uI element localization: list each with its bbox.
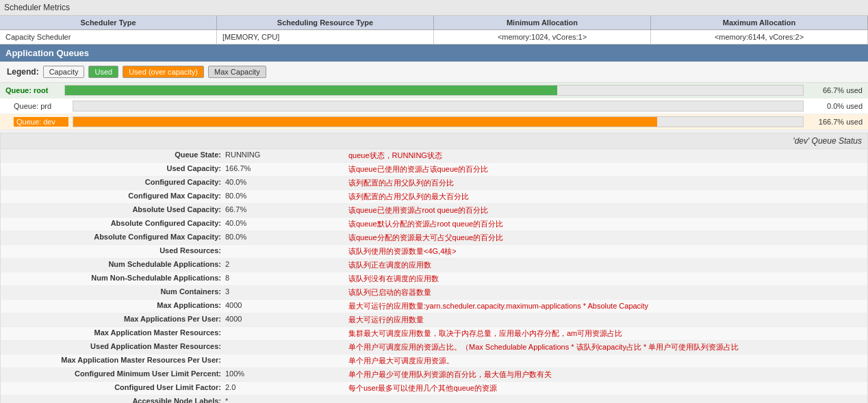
queue-status-key-9: Num Non-Schedulable Applications: [6, 274, 225, 284]
col-scheduler-type: Scheduler Type [0, 16, 217, 29]
queue-root-label: Queue: root [5, 86, 60, 94]
scheduler-table-header: Scheduler Type Scheduling Resource Type … [0, 16, 868, 30]
queue-status-key-16: Configured Minimum User Limit Percent: [6, 369, 225, 380]
queue-status-note-7: 该队列使用的资源数量<4G,4核> [348, 246, 457, 257]
queue-status-panel: 'dev' Queue Status Queue State: RUNNING … [0, 133, 868, 403]
queue-status-key-12: Max Applications Per User: [6, 315, 225, 325]
queue-status-row-3: Configured Max Capacity: 80.0% 该列配置的占用父队… [1, 190, 867, 204]
queue-status-val-6: 80.0% [225, 233, 348, 243]
queue-status-note-17: 每个user最多可以使用几个其他queue的资源 [348, 383, 497, 393]
queue-status-val-1: 166.7% [225, 164, 348, 174]
legend-label: Legend: [7, 67, 39, 77]
queue-status-row-6: Absolute Configured Max Capacity: 80.0% … [1, 231, 867, 245]
col-minimum-allocation: Minimum Allocation [434, 16, 651, 29]
queue-status-rows: Queue State: RUNNING queue状态，RUNNING状态 U… [1, 149, 867, 403]
queue-status-key-8: Num Schedulable Applications: [6, 260, 225, 270]
queue-status-row-13: Max Application Master Resources: 集群最大可调… [1, 327, 867, 341]
queue-status-note-2: 该列配置的占用父队列的百分比 [348, 178, 454, 188]
queue-status-key-0: Queue State: [6, 151, 225, 161]
queue-prd-used-pct: 0.0% used [808, 102, 863, 110]
queue-status-note-1: 该queue已使用的资源占该queue的百分比 [348, 164, 488, 174]
queue-status-key-2: Configured Capacity: [6, 178, 225, 188]
queue-status-key-13: Max Application Master Resources: [6, 328, 225, 339]
queue-status-row-8: Num Schedulable Applications: 2 该队列正在调度的… [1, 259, 867, 272]
queue-status-key-1: Used Capacity: [6, 164, 225, 174]
queue-status-val-16: 100% [225, 369, 348, 380]
legend-used-over-capacity: Used (over capacity) [123, 66, 204, 78]
queue-status-title: 'dev' Queue Status [1, 133, 867, 149]
queue-status-row-1: Used Capacity: 166.7% 该queue已使用的资源占该queu… [1, 163, 867, 177]
queue-status-val-11: 4000 [225, 301, 348, 311]
queue-dev-bar-container [73, 116, 804, 127]
scheduler-table-row: Capacity Scheduler [MEMORY, CPU] <memory… [0, 30, 868, 44]
queue-prd-label: Queue: prd [14, 102, 68, 110]
queue-status-val-4: 66.7% [225, 205, 348, 216]
queue-status-val-9: 8 [225, 274, 348, 284]
legend-capacity: Capacity [43, 66, 85, 78]
queue-status-row-16: Configured Minimum User Limit Percent: 1… [1, 368, 867, 382]
queue-status-key-4: Absolute Used Capacity: [6, 205, 225, 216]
legend-used: Used [88, 66, 118, 78]
queue-dev-bar-fill [73, 117, 657, 127]
queue-status-val-15 [225, 356, 348, 366]
queue-status-key-11: Max Applications: [6, 301, 225, 311]
queue-bar-dev[interactable]: Queue: dev 166.7% used [0, 114, 868, 130]
queue-status-val-3: 80.0% [225, 192, 348, 202]
col-maximum-allocation: Maximum Allocation [651, 16, 868, 29]
queue-status-val-18: * [225, 397, 348, 403]
queue-status-note-16: 单个用户最少可使用队列资源的百分比，最大值与用户数有关 [348, 369, 552, 380]
queue-status-key-18: Accessible Node Labels: [6, 397, 225, 403]
queue-status-row-11: Max Applications: 4000 最大可运行的应用数量:yarn.s… [1, 300, 867, 313]
queue-status-key-10: Num Containers: [6, 287, 225, 298]
queue-status-row-4: Absolute Used Capacity: 66.7% 该queue已使用资… [1, 204, 867, 218]
queue-status-note-0: queue状态，RUNNING状态 [348, 151, 442, 161]
queue-status-val-17: 2.0 [225, 383, 348, 393]
queue-status-row-18: Accessible Node Labels: * [1, 395, 867, 403]
queue-status-key-17: Configured User Limit Factor: [6, 383, 225, 393]
queue-bars-container: Queue: root 66.7% used Queue: prd 0.0% u… [0, 83, 868, 130]
queue-status-key-6: Absolute Configured Max Capacity: [6, 233, 225, 243]
queue-root-bar-container [64, 85, 804, 96]
queue-status-note-5: 该queue默认分配的资源占root queue的百分比 [348, 219, 503, 229]
minimum-allocation-value: <memory:1024, vCores:1> [434, 30, 651, 44]
scheduling-resource-type-value: [MEMORY, CPU] [217, 30, 434, 44]
queue-status-key-7: Used Resources: [6, 246, 225, 257]
app-queues-header: Application Queues [0, 44, 868, 62]
queue-status-key-5: Absolute Configured Capacity: [6, 219, 225, 229]
legend-max-capacity: Max Capacity [208, 66, 266, 78]
queue-status-row-2: Configured Capacity: 40.0% 该列配置的占用父队列的百分… [1, 177, 867, 190]
queue-status-val-5: 40.0% [225, 219, 348, 229]
queue-status-row-17: Configured User Limit Factor: 2.0 每个user… [1, 382, 867, 395]
queue-status-row-5: Absolute Configured Capacity: 40.0% 该que… [1, 218, 867, 231]
queue-status-key-3: Configured Max Capacity: [6, 192, 225, 202]
queue-status-row-14: Used Application Master Resources: 单个用户可… [1, 341, 867, 354]
queue-root-bar-fill [65, 86, 557, 95]
queue-status-note-8: 该队列正在调度的应用数 [348, 260, 431, 270]
queue-status-row-12: Max Applications Per User: 4000 最大可运行的应用… [1, 313, 867, 327]
queue-bar-root[interactable]: Queue: root 66.7% used [0, 83, 868, 99]
queue-status-note-3: 该列配置的占用父队列的最大百分比 [348, 192, 469, 202]
queue-status-note-10: 该队列已启动的容器数量 [348, 287, 431, 298]
queue-status-key-14: Used Application Master Resources: [6, 342, 225, 352]
queue-status-note-12: 最大可运行的应用数量 [348, 315, 424, 325]
queue-status-row-10: Num Containers: 3 该队列已启动的容器数量 [1, 286, 867, 300]
scheduler-metrics-title: Scheduler Metrics [0, 0, 868, 16]
queue-status-val-10: 3 [225, 287, 348, 298]
queue-root-used-pct: 66.7% used [808, 86, 863, 94]
queue-status-note-9: 该队列没有在调度的应用数 [348, 274, 439, 284]
queue-status-val-12: 4000 [225, 315, 348, 325]
legend-bar: Legend: Capacity Used Used (over capacit… [0, 62, 868, 83]
maximum-allocation-value: <memory:6144, vCores:2> [651, 30, 868, 44]
queue-status-val-14 [225, 342, 348, 352]
queue-status-row-9: Num Non-Schedulable Applications: 8 该队列没… [1, 272, 867, 286]
scheduler-type-value: Capacity Scheduler [0, 30, 217, 44]
queue-bar-prd[interactable]: Queue: prd 0.0% used [0, 99, 868, 114]
queue-dev-used-pct: 166.7% used [808, 118, 863, 126]
queue-status-note-11: 最大可运行的应用数量:yarn.scheduler.capacity.maxim… [348, 301, 648, 311]
col-scheduling-resource-type: Scheduling Resource Type [217, 16, 434, 29]
queue-status-val-0: RUNNING [225, 151, 348, 161]
queue-status-val-2: 40.0% [225, 178, 348, 188]
queue-status-note-14: 单个用户可调度应用的资源占比。（Max Schedulable Applicat… [348, 342, 739, 352]
queue-status-note-13: 集群最大可调度应用数量，取决于内存总量，应用最小内存分配，am可用资源占比 [348, 328, 622, 339]
queue-status-note-4: 该queue已使用资源占root queue的百分比 [348, 205, 488, 216]
